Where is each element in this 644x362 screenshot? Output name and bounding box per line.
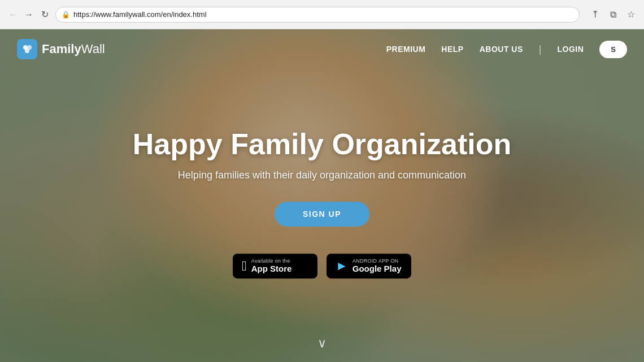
hero-title: Happy Family Organization (124, 128, 520, 160)
nav-links: PREMIUM HELP ABOUT US | LOGIN S (386, 41, 627, 58)
app-store-name: App Store (251, 264, 292, 273)
back-button[interactable]: ← (7, 8, 19, 21)
nav-signup-button[interactable]: S (599, 41, 627, 58)
browser-actions: ⤒ ⧉ ☆ (589, 8, 637, 21)
hero-subtitle: Helping families with their daily organi… (124, 169, 520, 181)
address-bar[interactable]: 🔒 https://www.familywall.com/en/index.ht… (55, 7, 580, 23)
google-play-text: ANDROID APP ON Google Play (353, 258, 402, 273)
app-buttons:  Available on the App Store ► ANDROID A… (124, 254, 520, 278)
hero-content: Happy Family Organization Helping famili… (124, 128, 520, 278)
nav-login[interactable]: LOGIN (557, 45, 584, 54)
nav-about-us[interactable]: ABOUT US (480, 45, 523, 54)
google-play-icon: ► (336, 259, 348, 273)
google-play-button[interactable]: ► ANDROID APP ON Google Play (327, 254, 411, 278)
logo-icon (17, 39, 37, 59)
chevron-down-icon: ∨ (317, 336, 327, 350)
scroll-indicator[interactable]: ∨ (317, 336, 327, 351)
apple-icon:  (242, 258, 247, 274)
nav-help[interactable]: HELP (441, 45, 463, 54)
navbar: FamilyWall PREMIUM HELP ABOUT US | LOGIN… (0, 29, 644, 69)
signup-button[interactable]: SIGN UP (275, 202, 369, 226)
app-store-small-text: Available on the (251, 258, 292, 264)
logo[interactable]: FamilyWall (17, 39, 105, 59)
website: FamilyWall PREMIUM HELP ABOUT US | LOGIN… (0, 29, 644, 362)
google-play-name: Google Play (353, 264, 402, 273)
nav-premium[interactable]: PREMIUM (386, 45, 426, 54)
google-play-small-text: ANDROID APP ON (353, 258, 402, 264)
nav-divider: | (539, 43, 542, 55)
app-store-text: Available on the App Store (251, 258, 292, 273)
star-button[interactable]: ☆ (625, 8, 637, 21)
bookmark-button[interactable]: ⧉ (607, 8, 619, 21)
reload-button[interactable]: ↻ (38, 8, 51, 21)
lock-icon: 🔒 (62, 11, 70, 19)
forward-button[interactable]: → (23, 8, 35, 21)
logo-text: FamilyWall (42, 42, 105, 56)
app-store-button[interactable]:  Available on the App Store (233, 254, 317, 278)
browser-nav-buttons: ← → ↻ (7, 8, 51, 21)
share-button[interactable]: ⤒ (589, 8, 601, 21)
url-text: https://www.familywall.com/en/index.html (73, 10, 573, 19)
browser-chrome: ← → ↻ 🔒 https://www.familywall.com/en/in… (0, 0, 644, 29)
svg-point-2 (25, 49, 29, 53)
